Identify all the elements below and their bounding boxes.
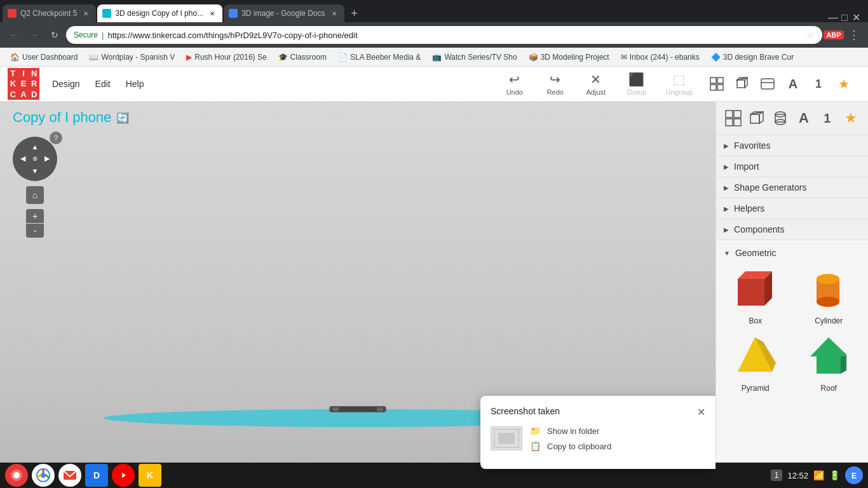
helpers-section-header[interactable]: ▶ Helpers	[716, 198, 868, 219]
navigation-circle[interactable]: ▲ ◀ ⊕ ▶ ▼	[13, 137, 57, 181]
favorites-section-header[interactable]: ▶ Favorites	[716, 135, 868, 156]
group-button[interactable]: ⬛ Group	[618, 69, 656, 98]
nav-left[interactable]: ◀	[17, 152, 29, 165]
nav-right[interactable]: ▶	[41, 152, 53, 165]
reload-button[interactable]: ↻	[46, 26, 64, 44]
home-view-button[interactable]: ⌂	[26, 186, 44, 204]
chrome-menu-icon[interactable]: ⋮	[845, 26, 863, 44]
zoom-out-button[interactable]: -	[26, 224, 44, 238]
menu-design[interactable]: Design	[44, 75, 88, 93]
bookmark-3d-modeling[interactable]: 📦 3D Modeling Project	[524, 51, 614, 64]
taskbar-docs[interactable]: D	[85, 464, 108, 487]
import-label: Import	[734, 161, 759, 172]
bookmark-3d-design-brave[interactable]: 🔷 3D design Brave Cur	[706, 51, 799, 64]
svg-point-37	[13, 472, 20, 478]
taskbar-chrome-os[interactable]	[5, 464, 28, 487]
taskbar-gmail[interactable]	[58, 464, 81, 487]
helpers-label: Helpers	[734, 203, 764, 214]
star-favorites-button[interactable]: ★	[841, 107, 860, 130]
wifi-icon: 📶	[813, 470, 824, 480]
text-a-button[interactable]: A	[782, 72, 804, 95]
grid-icon-button[interactable]	[724, 107, 743, 130]
toast-close-button[interactable]: ✕	[697, 406, 705, 418]
menu-help[interactable]: Help	[118, 75, 152, 93]
tab-q2-checkpoint[interactable]: Q2 Checkpoint 5 ✕	[3, 4, 96, 22]
cylinder-icon-button[interactable]	[771, 107, 790, 130]
number-one-button[interactable]: 1	[817, 107, 837, 130]
toast-actions: 📁 Show in folder 📋 Copy to clipboard	[530, 426, 611, 451]
nav-down[interactable]: ▼	[29, 165, 41, 177]
flat-view-button[interactable]	[756, 72, 779, 95]
refresh-title-icon[interactable]: 🔄	[116, 112, 129, 124]
canvas-area[interactable]: Copy of I phone 🔄	[0, 102, 715, 488]
close-button[interactable]: ✕	[851, 13, 860, 22]
bookmark-wordplay[interactable]: 📖 Wordplay - Spanish V	[84, 51, 180, 64]
forward-button[interactable]: →	[25, 26, 43, 44]
import-section-header[interactable]: ▶ Import	[716, 156, 868, 177]
nav-up[interactable]: ▲	[29, 140, 41, 152]
url-bar[interactable]: Secure | https://www.tinkercad.com/thing…	[66, 26, 822, 44]
components-section-header[interactable]: ▶ Components	[716, 219, 868, 240]
tab-favicon-3	[229, 9, 238, 18]
minimize-button[interactable]: —	[829, 13, 837, 22]
shape-roof[interactable]: Roof	[795, 330, 864, 393]
bookmark-label: Inbox (244) - ebanks	[630, 53, 700, 62]
bookmark-user-dashboard[interactable]: 🏠 User Dashboard	[5, 51, 83, 64]
grid-view-button[interactable]	[705, 72, 728, 95]
show-in-folder-button[interactable]: 📁 Show in folder	[530, 426, 611, 436]
taskbar-keep[interactable]: K	[139, 464, 161, 487]
bookmark-classroom[interactable]: 🎓 Classroom	[273, 51, 332, 64]
svg-rect-15	[498, 433, 515, 444]
show-in-folder-label: Show in folder	[547, 426, 599, 436]
letter-a-button[interactable]: A	[794, 107, 814, 130]
taskbar-youtube[interactable]	[112, 464, 135, 487]
bookmark-rush-hour[interactable]: ▶ Rush Hour (2016) Se	[181, 51, 271, 64]
maximize-button[interactable]: □	[840, 13, 849, 22]
user-avatar[interactable]: E	[845, 466, 863, 484]
group-label: Group	[627, 88, 647, 96]
cube-icon-button[interactable]	[747, 107, 767, 130]
copy-to-clipboard-button[interactable]: 📋 Copy to clipboard	[530, 441, 611, 451]
favorites-star-button[interactable]: ★	[832, 72, 855, 95]
menu-edit[interactable]: Edit	[88, 75, 118, 93]
tab-3d-design[interactable]: 3D design Copy of I pho... ✕	[97, 4, 222, 22]
3d-viewport[interactable]: Copy of I phone 🔄	[0, 102, 715, 488]
new-tab-button[interactable]: +	[346, 4, 363, 22]
number-1-button[interactable]: 1	[807, 72, 830, 95]
svg-rect-20	[750, 114, 759, 123]
bookmark-star-icon[interactable]: ☆	[806, 30, 815, 40]
tab-title-1: Q2 Checkpoint 5	[20, 9, 77, 18]
shape-pyramid[interactable]: Pyramid	[721, 330, 790, 393]
bookmark-watch-series[interactable]: 📺 Watch Series/TV Sho	[427, 51, 522, 64]
nav-center[interactable]: ⊕	[29, 152, 41, 165]
tab-google-docs[interactable]: 3D image - Google Docs ✕	[224, 4, 344, 22]
back-button[interactable]: ←	[5, 26, 23, 44]
redo-label: Redo	[547, 88, 564, 96]
shape-box[interactable]: Box	[721, 263, 790, 325]
undo-button[interactable]: ↩ Undo	[496, 69, 534, 98]
tab-close-1[interactable]: ✕	[81, 8, 91, 18]
shape-generators-section-header[interactable]: ▶ Shape Generators	[716, 177, 868, 198]
redo-button[interactable]: ↪ Redo	[536, 69, 574, 98]
undo-icon: ↩	[509, 72, 520, 87]
tab-close-2[interactable]: ✕	[207, 8, 217, 18]
ungroup-button[interactable]: ⬚ Ungroup	[658, 69, 700, 98]
tinkercad-logo[interactable]: T I N K E R C A D	[8, 68, 39, 100]
favorites-label: Favorites	[734, 140, 771, 151]
taskbar-chrome[interactable]	[32, 464, 55, 487]
bookmark-inbox[interactable]: ✉ Inbox (244) - ebanks	[616, 51, 705, 64]
browser-chrome: Q2 Checkpoint 5 ✕ 3D design Copy of I ph…	[0, 0, 868, 67]
adjust-button[interactable]: ✕ Adjust	[577, 69, 615, 98]
tab-close-3[interactable]: ✕	[329, 8, 339, 18]
cylinder-shape-icon	[803, 263, 854, 314]
zoom-in-button[interactable]: +	[26, 209, 44, 223]
abp-icon[interactable]: ABP	[825, 26, 843, 44]
svg-rect-16	[726, 111, 733, 118]
bookmark-sla-beeber[interactable]: 📄 SLA Beeber Media &	[333, 51, 426, 64]
3d-view-button[interactable]	[731, 72, 754, 95]
svg-rect-19	[734, 119, 741, 126]
help-button[interactable]: ?	[50, 132, 62, 144]
shape-cylinder[interactable]: Cylinder	[795, 263, 864, 325]
geometric-section-header[interactable]: ▼ Geometric	[721, 245, 863, 263]
panel-collapse-button[interactable]: ❯	[715, 282, 716, 308]
